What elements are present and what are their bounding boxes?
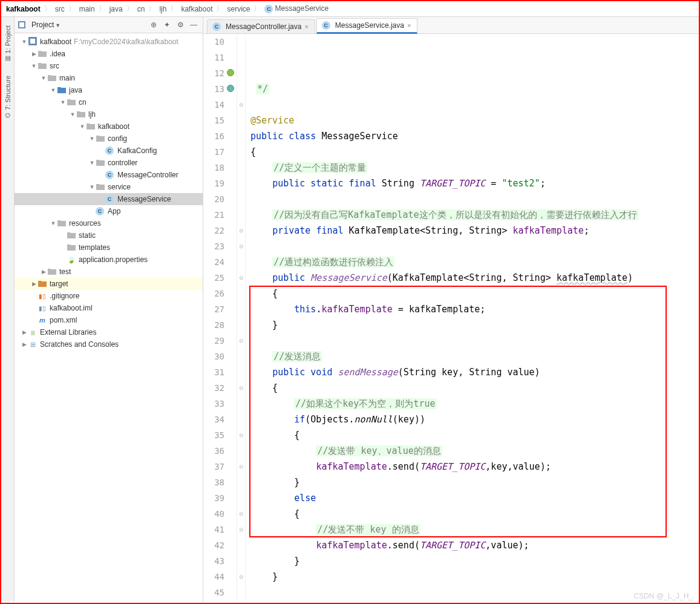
tree-icon — [38, 280, 47, 288]
tree-node[interactable]: ▶test — [15, 266, 203, 278]
tree-label: test — [59, 268, 71, 276]
tree-icon — [76, 111, 86, 119]
tree-node[interactable]: ▼kafkaboot — [15, 120, 203, 133]
expand-button[interactable]: ✦ — [162, 19, 172, 30]
tree-node[interactable]: CKafkaConfig — [15, 145, 203, 157]
tree-toggle-icon[interactable]: ▼ — [88, 160, 96, 166]
tree-label: pom.xml — [50, 316, 77, 324]
close-icon[interactable]: × — [407, 22, 411, 29]
tree-label: service — [108, 183, 131, 191]
breadcrumb-item[interactable]: cn — [137, 5, 145, 13]
tree-node[interactable]: CMessageService — [15, 193, 203, 205]
project-panel: Project▼ ⊕ ✦ ⚙ — ▼kafkabootF:\myCode2024… — [15, 17, 203, 602]
locate-button[interactable]: ⊕ — [148, 19, 159, 30]
editor-tab[interactable]: CMessageController.java× — [207, 19, 315, 33]
tree-toggle-icon[interactable]: ▼ — [50, 87, 57, 93]
tree-node[interactable]: ▶⊞Scratches and Consoles — [15, 338, 203, 350]
tree-node[interactable]: ▮▯.gitignore — [15, 290, 203, 302]
tree-node[interactable]: ▼kafkabootF:\myCode2024\kafka\kafkaboot — [15, 36, 203, 48]
svg-rect-1 — [19, 22, 24, 27]
tree-node[interactable]: CMessageController — [15, 169, 203, 181]
breadcrumb-item[interactable]: src — [55, 5, 65, 13]
tree-icon: ▮▯ — [38, 292, 47, 300]
code-editor[interactable]: 1011121314151617181920212223242526272829… — [203, 34, 699, 602]
breadcrumb-item[interactable]: kafkaboot — [181, 5, 212, 13]
tree-toggle-icon[interactable]: ▶ — [21, 329, 28, 335]
tree-icon: ▮▯ — [38, 304, 47, 312]
line-gutter: 1011121314151617181920212223242526272829… — [203, 34, 237, 602]
tree-node[interactable]: ▼resources — [15, 217, 203, 229]
class-icon: C — [322, 21, 330, 30]
tree-toggle-icon[interactable]: ▼ — [21, 39, 28, 45]
svg-rect-3 — [30, 39, 35, 44]
tree-node[interactable]: ▶.idea — [15, 48, 203, 60]
breadcrumb-item[interactable]: CMessageService — [264, 4, 329, 13]
tree-icon — [57, 87, 67, 94]
tree-toggle-icon[interactable]: ▶ — [30, 281, 38, 287]
tree-toggle-icon[interactable]: ▶ — [21, 341, 28, 347]
tree-label: .idea — [50, 50, 65, 58]
breadcrumb-item[interactable]: main — [79, 5, 95, 13]
breadcrumb-item[interactable]: ljh — [159, 5, 166, 13]
tree-label: Scratches and Consoles — [40, 340, 119, 349]
tree-toggle-icon[interactable]: ▼ — [40, 75, 47, 81]
tree-label: src — [50, 62, 59, 70]
close-icon[interactable]: × — [304, 23, 308, 30]
tree-node[interactable]: ▼main — [15, 72, 203, 84]
panel-title[interactable]: Project▼ — [31, 21, 61, 29]
hide-button[interactable]: — — [188, 19, 199, 30]
tree-icon — [96, 183, 105, 191]
tree-toggle-icon[interactable]: ▼ — [59, 99, 67, 105]
class-icon: C — [212, 22, 221, 31]
tree-node[interactable]: 🍃application.properties — [15, 254, 203, 266]
tree-node[interactable]: templates — [15, 241, 203, 254]
tree-icon — [67, 99, 76, 107]
editor-tab[interactable]: CMessageService.java× — [316, 18, 418, 34]
tree-node[interactable]: mpom.xml — [15, 314, 203, 326]
project-tree[interactable]: ▼kafkabootF:\myCode2024\kafka\kafkaboot▶… — [15, 33, 203, 602]
tree-node[interactable]: ▼java — [15, 84, 203, 96]
watermark: CSDN @_L_J_H_ — [633, 592, 693, 600]
tree-icon — [38, 50, 47, 58]
tree-toggle-icon[interactable]: ▼ — [50, 220, 57, 226]
breadcrumb-item[interactable]: java — [110, 5, 123, 13]
tree-node[interactable]: ▶target — [15, 278, 203, 290]
tree-node[interactable]: CApp — [15, 205, 203, 217]
tree-icon — [38, 62, 47, 70]
tree-toggle-icon[interactable]: ▼ — [69, 111, 76, 117]
tree-toggle-icon[interactable]: ▼ — [88, 184, 96, 190]
tree-node[interactable]: ▼controller — [15, 157, 203, 169]
tree-node[interactable]: ▼config — [15, 133, 203, 145]
tree-label: kafkaboot — [98, 122, 129, 131]
tree-label: MessageService — [117, 195, 171, 203]
tree-node[interactable]: static — [15, 229, 203, 241]
tree-toggle-icon[interactable]: ▶ — [40, 269, 47, 275]
tool-project[interactable]: ▤1: Project — [4, 22, 11, 66]
tree-node[interactable]: ▼ljh — [15, 108, 203, 120]
tree-node[interactable]: ▶⫼External Libraries — [15, 326, 203, 338]
breadcrumb-item[interactable]: kafkaboot — [6, 5, 41, 13]
fold-gutter[interactable]: ⊖⊖⊖⊖⊖⊖⊖⊖⊖⊖⊖ — [237, 34, 246, 602]
tree-icon — [57, 220, 67, 228]
tool-structure[interactable]: ⌬7: Structure — [4, 72, 11, 122]
tree-toggle-icon[interactable]: ▶ — [30, 51, 38, 57]
tree-icon — [96, 159, 105, 167]
tab-label: MessageController.java — [226, 22, 301, 31]
tree-label: resources — [69, 219, 101, 228]
settings-button[interactable]: ⚙ — [175, 19, 186, 30]
breadcrumb-item[interactable]: service — [227, 5, 250, 13]
editor-tabs: CMessageController.java×CMessageService.… — [203, 17, 699, 34]
tree-node[interactable]: ▼cn — [15, 96, 203, 108]
tree-icon — [28, 37, 38, 47]
tree-toggle-icon[interactable]: ▼ — [88, 136, 96, 142]
breadcrumb: kafkaboot〉src〉main〉java〉cn〉ljh〉kafkaboot… — [1, 1, 699, 17]
editor-area: CMessageController.java×CMessageService.… — [203, 17, 699, 602]
tree-node[interactable]: ▼src — [15, 60, 203, 72]
tree-node[interactable]: ▮▯kafkaboot.iml — [15, 302, 203, 314]
tree-label: kafkaboot.iml — [50, 304, 93, 312]
tree-toggle-icon[interactable]: ▼ — [79, 123, 86, 130]
tree-label: KafkaConfig — [117, 146, 157, 155]
project-panel-header: Project▼ ⊕ ✦ ⚙ — — [15, 17, 203, 33]
tree-toggle-icon[interactable]: ▼ — [30, 63, 38, 69]
tree-node[interactable]: ▼service — [15, 181, 203, 193]
